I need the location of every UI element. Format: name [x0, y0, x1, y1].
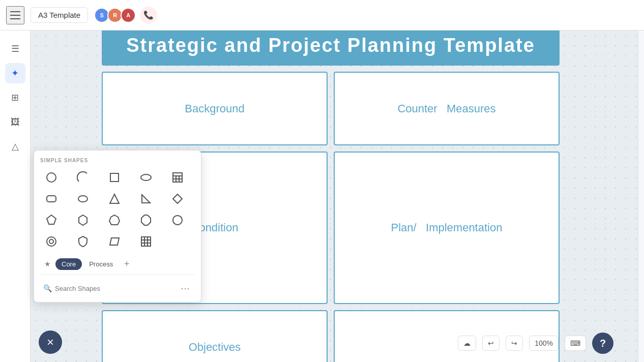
shapes-grid: [40, 168, 195, 251]
shape-rounded-rect[interactable]: [40, 190, 63, 208]
sidebar-drawing-icon[interactable]: △: [5, 136, 25, 157]
background-label: Background: [185, 102, 244, 115]
search-input[interactable]: [55, 285, 175, 292]
svg-point-19: [49, 239, 53, 244]
bottom-toolbar: ☁ ↩ ↪ 100% ⌨ ?: [458, 333, 613, 354]
keyboard-icon: ⌨: [570, 339, 580, 347]
sidebar-menu-icon[interactable]: ☰: [5, 39, 25, 59]
call-button[interactable]: 📞: [140, 7, 157, 24]
left-sidebar: ☰ ✦ ⊞ 🖼 △: [0, 31, 31, 362]
svg-rect-9: [78, 196, 87, 202]
redo-button[interactable]: ↪: [506, 336, 523, 351]
fab-close-button[interactable]: ×: [39, 330, 62, 354]
shapes-section-label: SIMPLE SHAPES: [40, 158, 195, 163]
help-button[interactable]: ?: [592, 333, 613, 354]
banner-title: Strategic and Project Planning Template: [114, 35, 547, 56]
keyboard-button[interactable]: ⌨: [565, 336, 586, 351]
shape-arc[interactable]: [72, 168, 94, 187]
topbar: A3 Template S R A 📞: [0, 0, 644, 31]
svg-marker-14: [79, 215, 87, 225]
search-icon: 🔍: [43, 284, 52, 292]
shape-circle2[interactable]: [40, 232, 63, 251]
plan-implementation-box[interactable]: Plan/ Implementation: [334, 152, 560, 304]
zoom-level: 100%: [529, 336, 559, 351]
tab-process-button[interactable]: Process: [83, 258, 119, 270]
svg-rect-8: [47, 196, 56, 202]
svg-marker-20: [110, 238, 119, 245]
shapes-panel: SIMPLE SHAPES: [34, 150, 201, 303]
tab-core-button[interactable]: Core: [55, 258, 82, 270]
svg-rect-3: [173, 173, 182, 182]
undo-button[interactable]: ↩: [482, 336, 500, 351]
svg-point-18: [47, 237, 56, 246]
shape-square[interactable]: [103, 168, 126, 187]
svg-rect-21: [141, 237, 151, 246]
svg-point-17: [173, 216, 182, 225]
sidebar-grid-icon[interactable]: ⊞: [5, 87, 25, 108]
tab-add-button[interactable]: +: [120, 257, 133, 270]
shape-octagon[interactable]: [135, 211, 157, 229]
objectives-box[interactable]: Objectives: [102, 310, 328, 362]
right-sidebar: [638, 31, 644, 362]
shape-triangle[interactable]: [103, 190, 126, 208]
svg-marker-13: [47, 215, 56, 224]
shape-right-triangle[interactable]: [135, 190, 157, 208]
avatar-group: S R A: [96, 8, 136, 23]
redo-icon: ↪: [511, 339, 517, 347]
svg-marker-12: [173, 194, 182, 203]
svg-marker-15: [109, 215, 120, 225]
svg-marker-10: [110, 194, 119, 203]
tab-star-button[interactable]: ★: [40, 257, 54, 271]
plan-implementation-label: Plan/ Implementation: [391, 221, 503, 234]
shape-rounded-rect-sm[interactable]: [72, 190, 94, 208]
document-title[interactable]: A3 Template: [31, 7, 88, 23]
shape-shield[interactable]: [72, 232, 94, 251]
shape-pentagon[interactable]: [40, 211, 63, 229]
counter-measures-box[interactable]: Counter Measures: [334, 72, 560, 145]
sidebar-image-icon[interactable]: 🖼: [5, 112, 25, 132]
svg-point-0: [47, 173, 56, 182]
cloud-save-button[interactable]: ☁: [458, 336, 476, 351]
shape-ellipse[interactable]: [135, 168, 157, 187]
shape-nonagon[interactable]: [166, 211, 189, 229]
counter-measures-label: Counter Measures: [397, 102, 495, 115]
panel-tabs: ★ Core Process +: [40, 257, 195, 275]
undo-icon: ↩: [488, 339, 494, 347]
shape-hexagon[interactable]: [72, 211, 94, 229]
search-more-button[interactable]: ⋯: [179, 282, 192, 295]
avatar-a: A: [121, 8, 136, 23]
cloud-icon: ☁: [463, 339, 471, 347]
background-box[interactable]: Background: [102, 72, 328, 145]
shape-circle[interactable]: [40, 168, 63, 187]
shape-parallelogram[interactable]: [103, 232, 126, 251]
sidebar-shapes-icon[interactable]: ✦: [5, 63, 25, 83]
svg-marker-16: [141, 215, 151, 225]
svg-marker-11: [142, 195, 150, 203]
search-row: 🔍 ⋯: [40, 280, 195, 297]
shape-table[interactable]: [166, 168, 189, 187]
menu-button[interactable]: [6, 6, 24, 24]
banner: Strategic and Project Planning Template: [102, 31, 560, 66]
svg-point-2: [141, 174, 151, 180]
shape-grid[interactable]: [135, 232, 157, 251]
objectives-label: Objectives: [189, 341, 241, 354]
svg-rect-1: [110, 173, 119, 182]
row-1: Background Counter Measures: [102, 72, 560, 145]
help-icon: ?: [600, 338, 606, 349]
shape-heptagon[interactable]: [103, 211, 126, 229]
shape-diamond[interactable]: [166, 190, 189, 208]
